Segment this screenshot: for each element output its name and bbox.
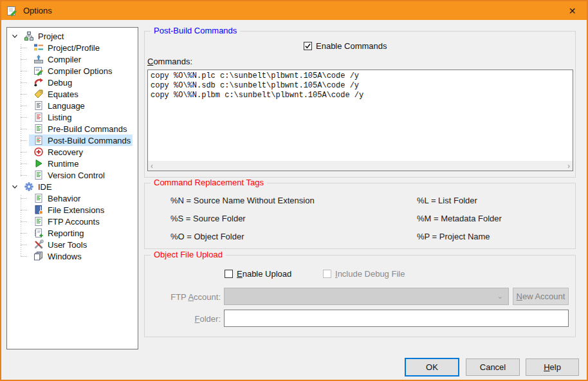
tree-item-project-profile[interactable]: Project/Profile	[7, 42, 138, 53]
upload-group-title: Object File Upload	[151, 250, 226, 259]
folder-input[interactable]	[224, 310, 569, 327]
tree-item-windows[interactable]: Windows	[7, 250, 138, 262]
tree-item-file-extensions[interactable]: File Extensions	[7, 204, 138, 216]
title-bar: Options ✕	[1, 1, 587, 20]
project-hierarchy-icon	[24, 31, 35, 41]
tree-item-project[interactable]: Project	[7, 30, 138, 42]
commands-textarea[interactable]: copy %O\%N.plc c:\sunbelt\plbwnt.105A\co…	[147, 70, 573, 171]
options-tree: Project Project/Profile Compiler Compile…	[6, 27, 138, 349]
tree-item-label: Language	[48, 101, 85, 111]
tree-item-label: Equates	[48, 89, 78, 99]
tree-item-user-tools[interactable]: User Tools	[7, 239, 138, 250]
tag-source-folder: %S = Source Folder	[170, 214, 246, 223]
object-file-upload-group: Object File Upload Enable Upload Include…	[144, 255, 576, 337]
enable-commands-checkbox[interactable]: Enable Commands	[304, 41, 387, 51]
tree-item-debug[interactable]: Debug	[7, 77, 138, 88]
enable-commands-label: Enable Commands	[316, 41, 387, 51]
ide-gear-icon	[24, 181, 35, 192]
tag-object-folder: %O = Object Folder	[170, 232, 244, 241]
tree-item-compiler-options[interactable]: Compiler Options	[7, 65, 138, 77]
include-debug-file-checkbox: Include Debug File	[323, 269, 405, 279]
options-dialog: Options ✕ Project Project/Profile Compil…	[0, 0, 588, 381]
new-account-button: New Account	[513, 288, 569, 305]
reporting-icon	[33, 228, 44, 238]
equates-tag-icon	[33, 89, 44, 99]
version-control-icon	[33, 170, 44, 180]
tree-item-label: Runtime	[48, 159, 78, 169]
tree-item-label: User Tools	[48, 240, 87, 250]
checkbox-disabled-icon	[323, 270, 331, 278]
options-pencil-icon	[6, 5, 18, 17]
horizontal-scrollbar[interactable]: ‹ ›	[148, 161, 573, 171]
tree-item-label: Project/Profile	[48, 43, 100, 53]
tree-item-label: Compiler	[48, 55, 81, 64]
tree-item-label: Compiler Options	[48, 66, 112, 76]
help-button[interactable]: Help	[526, 358, 579, 376]
chevron-down-icon[interactable]	[10, 182, 19, 191]
tree-item-label: Version Control	[48, 171, 105, 180]
compiler-icon	[33, 54, 44, 64]
tree-item-label: Listing	[48, 113, 72, 122]
tag-source-name: %N = Source Name Without Extension	[170, 196, 315, 205]
tree-item-label: Pre-Build Commands	[48, 124, 127, 134]
tree-item-label: Recovery	[48, 147, 83, 157]
user-tools-icon	[33, 239, 44, 250]
behavior-icon	[33, 193, 44, 203]
ftp-account-dropdown: ⌄	[224, 288, 509, 305]
tag-project-name: %P = Project Name	[417, 232, 490, 241]
window-title: Options	[23, 6, 52, 15]
tags-group-title: Command Replacement Tags	[151, 178, 267, 187]
tree-item-language[interactable]: Language	[7, 100, 138, 111]
tree-item-post-build-commands[interactable]: Post-Build Commands	[7, 135, 138, 146]
tree-item-label: IDE	[38, 182, 52, 192]
tree-item-equates[interactable]: Equates	[7, 88, 138, 100]
tree-item-runtime[interactable]: Runtime	[7, 158, 138, 169]
close-icon[interactable]: ✕	[558, 1, 587, 20]
enable-upload-label: Enable Upload	[237, 269, 291, 279]
tree-item-label: Behavior	[48, 194, 80, 203]
tag-metadata-folder: %M = Metadata Folder	[417, 214, 502, 223]
listing-document-icon	[33, 112, 44, 122]
windows-stack-icon	[33, 251, 44, 261]
tree-item-version-control[interactable]: Version Control	[7, 169, 138, 181]
tree-item-label: Reporting	[48, 228, 84, 238]
commands-text[interactable]: copy %O\%N.plc c:\sunbelt\plbwnt.105A\co…	[148, 70, 573, 161]
folder-label: Folder:	[150, 314, 221, 324]
tree-item-compiler[interactable]: Compiler	[7, 53, 138, 65]
tag-list-folder: %L = List Folder	[417, 196, 477, 205]
tree-item-reporting[interactable]: Reporting	[7, 227, 138, 239]
ftp-accounts-icon	[33, 216, 44, 227]
post-build-group-title: Post-Build Commands	[151, 26, 240, 35]
tree-item-label: Windows	[48, 252, 82, 261]
language-document-icon	[33, 100, 44, 111]
post-build-commands-icon	[33, 135, 44, 145]
command-replacement-tags-group: Command Replacement Tags %N = Source Nam…	[144, 183, 576, 249]
cancel-button[interactable]: Cancel	[466, 358, 520, 376]
file-extensions-icon	[33, 205, 44, 215]
chevron-down-icon[interactable]	[10, 32, 19, 41]
compiler-options-icon	[33, 66, 44, 76]
scroll-left-icon[interactable]: ‹	[151, 162, 153, 171]
tree-item-behavior[interactable]: Behavior	[7, 192, 138, 204]
tree-item-ftp-accounts[interactable]: FTP Accounts	[7, 216, 138, 227]
checkbox-checked-icon[interactable]	[304, 42, 312, 50]
tree-item-ide[interactable]: IDE	[7, 181, 138, 192]
chevron-down-icon: ⌄	[497, 292, 503, 301]
ok-button[interactable]: OK	[405, 358, 459, 376]
ftp-account-label: FTP Account:	[150, 292, 221, 302]
project-profile-icon	[33, 42, 44, 53]
enable-upload-checkbox[interactable]: Enable Upload	[225, 269, 291, 279]
pre-build-commands-icon	[33, 124, 44, 134]
scroll-right-icon[interactable]: ›	[567, 162, 570, 171]
tree-item-listing[interactable]: Listing	[7, 111, 138, 123]
tree-item-label: Project	[38, 32, 64, 41]
include-debug-file-label: Include Debug File	[335, 269, 405, 279]
tree-item-recovery[interactable]: Recovery	[7, 146, 138, 158]
checkbox-unchecked-icon[interactable]	[225, 270, 233, 278]
tree-item-label: Post-Build Commands	[48, 136, 131, 145]
tree-item-label: Debug	[48, 78, 72, 88]
commands-label: Commands:	[147, 57, 192, 66]
tree-item-label: FTP Accounts	[48, 217, 100, 227]
tree-item-pre-build-commands[interactable]: Pre-Build Commands	[7, 123, 138, 135]
debug-icon	[33, 77, 44, 88]
